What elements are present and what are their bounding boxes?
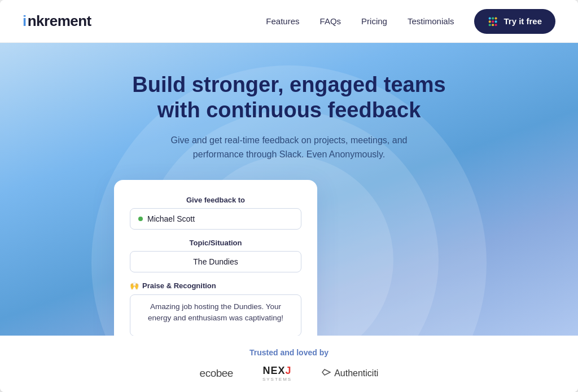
recipient-field[interactable]: Michael Scott (130, 208, 301, 230)
nav-pricing[interactable]: Pricing (361, 16, 387, 26)
svg-rect-4 (492, 17, 494, 19)
navbar: inkrement Features FAQs Pricing Testimon… (0, 0, 578, 43)
auth-icon (321, 367, 331, 380)
trusted-label: Trusted and loved by (249, 348, 329, 357)
praise-textarea[interactable]: Amazing job hosting the Dundies. Your en… (130, 294, 301, 336)
nav-links: Features FAQs Pricing Testimonials (266, 9, 555, 34)
svg-rect-1 (492, 20, 494, 23)
topic-field[interactable]: The Dundies (130, 251, 301, 272)
browser-frame: inkrement Features FAQs Pricing Testimon… (0, 0, 578, 392)
svg-rect-8 (495, 24, 497, 26)
give-feedback-label: Give feedback to (130, 196, 301, 204)
svg-rect-0 (489, 20, 491, 23)
nexj-sub-text: SYSTEMS (262, 377, 292, 382)
svg-rect-2 (495, 20, 497, 23)
feedback-card: Give feedback to Michael Scott Topic/Sit… (114, 180, 317, 336)
nav-features[interactable]: Features (266, 16, 299, 26)
try-free-label: Try it free (503, 16, 542, 26)
slack-icon (488, 16, 499, 27)
nav-testimonials[interactable]: Testimonials (408, 16, 454, 26)
svg-rect-7 (492, 24, 494, 26)
hero-subtitle: Give and get real-time feedback on proje… (154, 133, 424, 162)
logo-ecobee: ecobee (200, 367, 233, 380)
hero-title: Build stronger, engaged teams with conti… (114, 72, 464, 123)
logo-i: i (23, 12, 27, 30)
praise-emoji: 🙌 (130, 281, 139, 290)
hero-section: Build stronger, engaged teams with conti… (0, 43, 578, 336)
nexj-j: J (286, 365, 292, 376)
auth-text: Authenticiti (334, 368, 378, 378)
try-free-button[interactable]: Try it free (474, 9, 555, 34)
recipient-name: Michael Scott (147, 214, 195, 223)
nav-faqs[interactable]: FAQs (320, 16, 341, 26)
praise-label-text: Praise & Recognition (142, 281, 216, 290)
logo-authenticiti: Authenticiti (321, 367, 378, 380)
praise-label: 🙌 Praise & Recognition (130, 281, 301, 290)
trusted-logos: ecobee NEXJ SYSTEMS Authenticiti (200, 365, 379, 382)
hero-content: Build stronger, engaged teams with conti… (114, 43, 464, 336)
nexj-main-text: NEXJ (263, 365, 292, 377)
svg-rect-6 (489, 24, 491, 26)
svg-rect-5 (495, 17, 497, 19)
online-indicator (138, 217, 143, 221)
trusted-section: Trusted and loved by ecobee NEXJ SYSTEMS… (0, 336, 578, 392)
topic-label: Topic/Situation (130, 239, 301, 247)
logo: inkrement (23, 12, 91, 30)
logo-nexj: NEXJ SYSTEMS (262, 365, 292, 382)
svg-rect-3 (489, 17, 491, 19)
logo-text: nkrement (28, 12, 91, 30)
